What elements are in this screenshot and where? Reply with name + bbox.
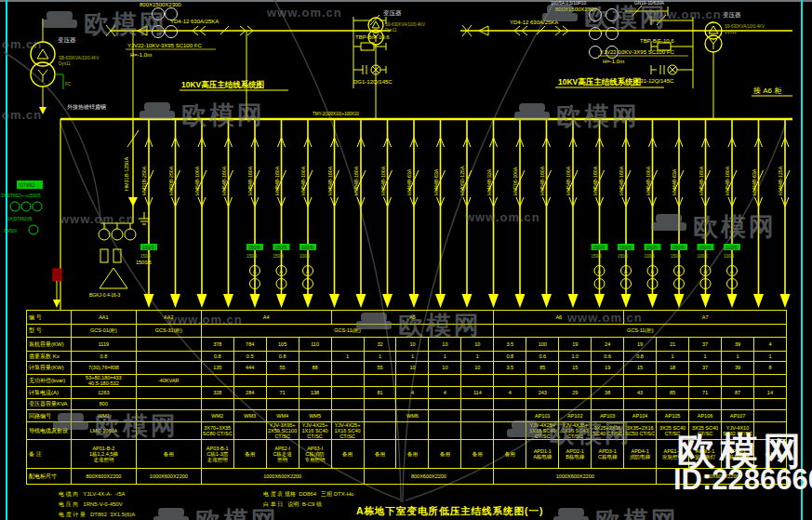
table-cell: 1 [722,352,754,362]
feeder-arrow-icon [435,294,446,308]
table-cell [234,422,267,440]
table-cell [722,399,754,410]
feeder-arrow-icon [541,294,552,308]
transformer-icon [368,18,383,119]
transformer-spec: Dyn11 [725,30,737,34]
feeder-arrow-icon [382,294,393,308]
feeder-arrow-icon [250,294,260,308]
transformer-spec: SB-630KVA/10/0.4KV [59,56,99,60]
sofa-icon [553,513,589,520]
ground-note: 外接热镀锌扁钢 [67,103,106,111]
feeder-breaker-label: HM44B-63A [433,168,439,195]
feeder-arrow-icon [356,294,366,308]
feeder-breaker-label: HM54B-160A [221,166,227,195]
table-cell [754,410,787,422]
table-cell [559,375,592,387]
table-cell: 7(30),76=838 [72,362,137,375]
table-cell [396,399,429,410]
table-cell: 19 [559,338,592,352]
feeder-arrow-icon [621,294,632,308]
table-row-label: 需要系数 Kx [27,352,72,362]
feeder-breaker-label: HM54B-160A [699,166,704,195]
table-cell [332,362,365,375]
table-cell [754,399,787,410]
table-cell: 8 [754,362,787,375]
table-cell [202,399,234,410]
ct-ratio-sub-label: 100/5 [645,254,656,259]
note-line: 电 度 表 规格 DD864 三相 DTX-Ho [263,489,353,500]
feeder-breaker-label: HM54B-160A [725,166,730,195]
table-cell: 55 [267,362,300,375]
table-cell: 1 [461,352,494,362]
feeder-arrow-icon [462,294,473,308]
ammeter-label: A [651,269,655,274]
table-cell [461,422,494,440]
table-cell: 备用 [137,440,202,469]
surge-arrester-group [353,15,386,88]
feeder-arrow-icon [303,294,313,308]
meter-sub-label: 1X(DT862)/B [7,217,32,221]
table-cell: 3.5 [494,338,526,352]
table-row-label: 计算容量(KW) [27,362,72,375]
note-line: 电 压 向 1RN5-V-0-450V [59,500,135,510]
table-cell: 243 [526,387,559,399]
table-cell: 备用 [234,440,267,469]
watermark-brand: 欧模网 [514,100,640,133]
feeder-arrow-icon [515,294,526,308]
table-cell: 37 [689,338,722,352]
table-cell: 38 [592,387,624,399]
table-cell: 0.8 [494,352,526,362]
table-cell: 88 [300,362,332,375]
feeder-arrow-icon [197,294,207,308]
feeder-breaker-label: HM84B-160A [353,166,359,195]
arrester-label: C31-12Q/145C [636,78,674,84]
ct-ratio-sub-label: 100/5 [698,254,709,259]
table-cell: 10 [461,362,494,375]
ct-ratio-label: 100/5 [699,245,712,250]
table-cell: 55 [365,362,397,375]
watermark-brand: 欧模网 [651,210,777,244]
table-cell: 39 [722,338,754,352]
ammeter-label: A [624,269,628,274]
table-cell [267,375,300,387]
table-cell [461,375,494,387]
feeder-breaker-label: HM54B-100A [646,166,651,195]
table-cell: 14 [754,387,787,399]
transformer2-label: 变压器 [383,9,402,17]
table-cell: 备用 [365,440,397,469]
table-cell: 0.6 [526,352,559,362]
table-cell: 10 [396,362,429,375]
table-row-label: 型 号 [27,325,72,338]
table-cell: 29 [559,387,592,399]
table-cell: 87 [722,387,754,399]
arrester-label: DG1-12Q/145C [353,79,393,85]
feeder-breaker-label: HM44B-125A [778,166,783,195]
table-cell: 0.6 [592,352,624,362]
sofa-icon [514,108,550,125]
table-cell [300,352,332,362]
watermark-brand: 欧模网 [42,7,167,41]
ct-ratio-label: 150/5 [619,245,632,250]
table-cell: 1.0 [559,352,592,362]
table-cell [267,399,300,410]
table-cell: 85 [526,362,559,375]
table-row-label: 编 号 [27,311,72,325]
feeder-breaker-label: HM05D-125A [459,166,465,195]
feeder-arrow-icon [170,294,180,308]
ct-ratio-sub-label: 150/5 [140,254,152,259]
table-cell: 19 [624,338,657,352]
table-cell: YJV-4X25+ 1X16 SC40 CT/SC [300,422,332,440]
table-cell: 18 [657,362,689,375]
table-cell: 85 [657,387,689,399]
feeder-arrow-icon [674,294,685,308]
table-cell [332,399,365,410]
watermark-site: www.om.cn [465,210,540,224]
watermark-brand-text: 欧模网 [693,210,777,244]
table-cell [429,375,461,387]
feeder-breaker-label: HM54B-160A [619,166,624,195]
feeder-breaker-label: HM31B-250A [141,166,147,195]
table-cell [202,375,234,387]
table-cell [754,375,787,387]
table-cell: 备用 [461,440,494,469]
table-cell: 71 [689,387,722,399]
